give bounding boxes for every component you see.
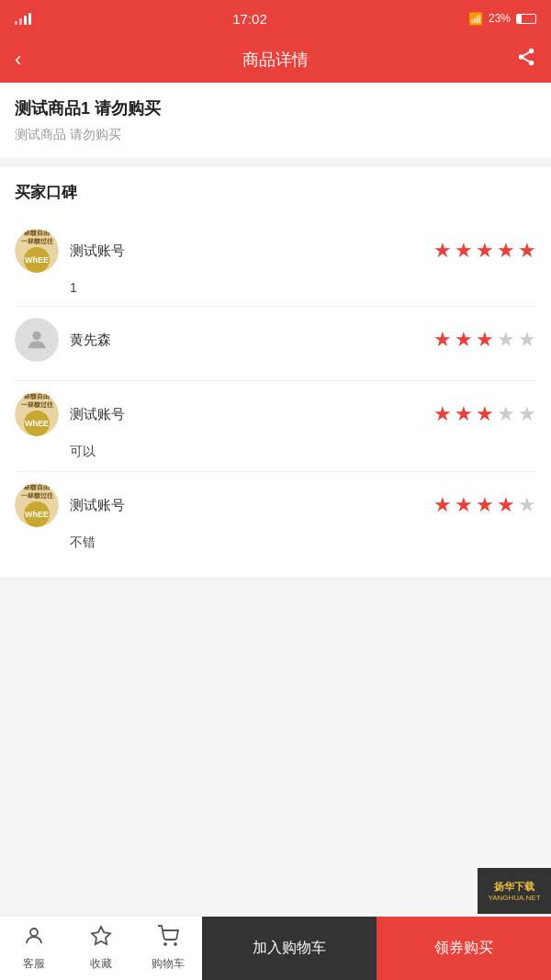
review-item-2: 黄先森 ★★★★★ xyxy=(15,307,536,381)
reviewer-info: 林馥自由一林馥过往 WhEE 测试账号 xyxy=(15,229,125,273)
star-5: ★ xyxy=(518,330,536,350)
product-avatar-img: 林馥自由一林馥过往 WhEE xyxy=(15,392,59,436)
status-bar: 17:02 📶 23% xyxy=(0,0,551,37)
buy-now-button[interactable]: 领券购买 xyxy=(377,917,551,980)
svg-point-9 xyxy=(174,943,176,945)
star-3: ★ xyxy=(476,404,494,424)
product-info-section: 测试商品1 请勿购买 测试商品 请勿购买 xyxy=(0,83,551,158)
review-item-1: 林馥自由一林馥过往 WhEE 测试账号 ★★★★★ 1 xyxy=(15,218,536,307)
share-button[interactable] xyxy=(516,47,536,73)
product-subtitle: 测试商品 请勿购买 xyxy=(15,127,536,143)
review-text: 可以 xyxy=(15,444,536,460)
star-3: ★ xyxy=(476,330,494,350)
add-to-cart-button[interactable]: 加入购物车 xyxy=(202,917,377,980)
battery-percent: 23% xyxy=(489,12,511,25)
battery-icon xyxy=(516,14,536,24)
product-title: 测试商品1 请勿购买 xyxy=(15,97,536,119)
favorites-label: 收藏 xyxy=(90,956,112,972)
customer-service-button[interactable]: 客服 xyxy=(0,917,67,980)
reviewer-avatar: 林馥自由一林馥过往 WhEE xyxy=(15,483,59,527)
svg-point-2 xyxy=(529,61,534,66)
review-header: 林馥自由一林馥过往 WhEE 测试账号 ★★★★★ xyxy=(15,483,536,527)
svg-point-8 xyxy=(164,943,166,945)
star-rating: ★★★★★ xyxy=(433,495,536,515)
reviewer-name: 测试账号 xyxy=(70,406,125,423)
star-5: ★ xyxy=(518,404,536,424)
star-1: ★ xyxy=(433,404,452,424)
star-2: ★ xyxy=(455,241,473,261)
reviewer-name: 测试账号 xyxy=(70,242,125,260)
review-header: 林馥自由一林馥过往 WhEE 测试账号 ★★★★★ xyxy=(15,229,536,273)
star-4: ★ xyxy=(497,241,515,261)
status-left xyxy=(15,12,31,25)
customer-service-icon xyxy=(23,925,45,952)
product-avatar-img: 林馥自由一林馥过往 WhEE xyxy=(15,229,59,273)
star-5: ★ xyxy=(518,495,536,515)
star-4: ★ xyxy=(497,404,515,424)
svg-line-3 xyxy=(523,58,529,62)
person-avatar-img xyxy=(15,318,59,362)
svg-point-0 xyxy=(529,49,534,54)
customer-service-label: 客服 xyxy=(23,956,45,972)
back-button[interactable]: ‹ xyxy=(15,48,21,72)
star-rating: ★★★★★ xyxy=(433,241,536,261)
star-2: ★ xyxy=(455,495,473,515)
signal-icon xyxy=(15,12,31,25)
star-rating: ★★★★★ xyxy=(433,404,536,424)
svg-point-6 xyxy=(30,929,38,936)
nav-left-group: 客服 收藏 购物车 xyxy=(0,917,202,980)
reviewer-info: 黄先森 xyxy=(15,318,111,362)
product-avatar-img: 林馥自由一林馥过往 WhEE xyxy=(15,483,59,527)
bottom-navigation: 客服 收藏 购物车 加入购物车 领券购买 xyxy=(0,916,551,980)
star-4: ★ xyxy=(497,330,515,350)
review-text: 1 xyxy=(15,280,536,295)
svg-line-4 xyxy=(523,52,529,56)
nav-actions-group: 加入购物车 领券购买 xyxy=(202,917,551,980)
review-header: 黄先森 ★★★★★ xyxy=(15,318,536,362)
reviewer-avatar xyxy=(15,318,59,362)
star-1: ★ xyxy=(433,495,452,515)
reviews-heading: 买家口碑 xyxy=(15,182,536,203)
reviews-section: 买家口碑 林馥自由一林馥过往 WhEE 测试账号 ★★★★★ 1 xyxy=(0,167,551,577)
watermark: 扬华下载 YANGHUA.NET xyxy=(478,868,551,914)
favorites-icon xyxy=(90,925,112,952)
reviewer-name: 黄先森 xyxy=(70,332,111,349)
watermark-site: YANGHUA.NET xyxy=(488,894,540,902)
reviewer-name: 测试账号 xyxy=(70,497,125,514)
review-item-4: 林馥自由一林馥过往 WhEE 测试账号 ★★★★★ 不错 xyxy=(15,472,536,562)
page-title: 商品详情 xyxy=(242,49,309,71)
star-5: ★ xyxy=(518,241,536,261)
svg-point-5 xyxy=(32,332,40,340)
cart-label: 购物车 xyxy=(152,956,185,972)
cart-button[interactable]: 购物车 xyxy=(135,917,202,980)
reviewer-avatar: 林馥自由一林馥过往 WhEE xyxy=(15,392,59,436)
review-text: 不错 xyxy=(15,535,536,551)
favorites-button[interactable]: 收藏 xyxy=(67,917,134,980)
review-header: 林馥自由一林馥过往 WhEE 测试账号 ★★★★★ xyxy=(15,392,536,436)
reviewer-avatar: 林馥自由一林馥过往 WhEE xyxy=(15,229,59,273)
star-3: ★ xyxy=(476,241,494,261)
reviewer-info: 林馥自由一林馥过往 WhEE 测试账号 xyxy=(15,483,125,527)
wifi-icon: 📶 xyxy=(468,12,483,26)
star-1: ★ xyxy=(433,330,452,350)
star-2: ★ xyxy=(455,404,473,424)
status-right: 📶 23% xyxy=(468,12,536,26)
star-2: ★ xyxy=(455,330,473,350)
cart-icon xyxy=(157,925,179,952)
svg-marker-7 xyxy=(92,927,110,944)
reviews-list: 林馥自由一林馥过往 WhEE 测试账号 ★★★★★ 1 xyxy=(15,218,536,562)
page-header: ‹ 商品详情 xyxy=(0,37,551,83)
review-item-3: 林馥自由一林馥过往 WhEE 测试账号 ★★★★★ 可以 xyxy=(15,381,536,472)
star-3: ★ xyxy=(476,495,494,515)
star-4: ★ xyxy=(497,495,515,515)
status-time: 17:02 xyxy=(232,11,267,27)
star-rating: ★★★★★ xyxy=(433,330,536,350)
watermark-brand: 扬华下载 xyxy=(494,880,534,894)
reviewer-info: 林馥自由一林馥过往 WhEE 测试账号 xyxy=(15,392,125,436)
star-1: ★ xyxy=(433,241,452,261)
svg-point-1 xyxy=(519,54,524,60)
